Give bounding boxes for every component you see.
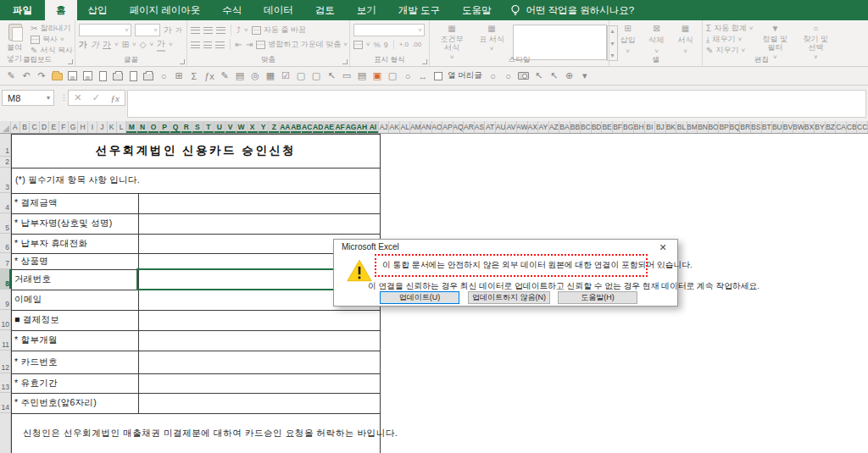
column-header-BF[interactable]: BF <box>613 121 624 133</box>
column-header-AM[interactable]: AM <box>410 121 421 133</box>
row-header-5[interactable]: 5 <box>0 213 11 234</box>
decrease-decimal-button[interactable]: .00 <box>412 41 421 48</box>
column-header-AD[interactable]: AD <box>313 121 324 133</box>
increase-indent-icon[interactable]: ⇥ <box>246 40 253 49</box>
copy-button[interactable]: 복사˅ <box>31 34 73 45</box>
fill-color-button[interactable]: ◇ <box>140 40 147 49</box>
format-painter-icon[interactable]: ✎ <box>4 69 18 83</box>
font-name-combo[interactable]: ˅ <box>79 24 131 36</box>
row-header-10[interactable]: 10 <box>0 310 11 330</box>
shape-circle-icon[interactable]: ○ <box>401 69 415 83</box>
row-header-9[interactable]: 9 <box>0 290 11 310</box>
column-header-BW[interactable]: BW <box>793 121 804 133</box>
column-header-AB[interactable]: AB <box>291 121 302 133</box>
column-header-AK[interactable]: AK <box>389 121 400 133</box>
column-header-I[interactable]: I <box>88 121 97 133</box>
row-header-3[interactable]: 3 <box>0 168 11 193</box>
column-header-BM[interactable]: BM <box>687 121 698 133</box>
row-header-4[interactable]: 4 <box>0 193 11 213</box>
column-header-O[interactable]: O <box>148 121 159 133</box>
column-header-Q[interactable]: Q <box>170 121 181 133</box>
row-header-8[interactable]: 8 <box>0 269 11 290</box>
insert-function-icon[interactable]: ƒx <box>203 69 216 83</box>
row-header-13[interactable]: 13 <box>0 373 11 393</box>
redo-icon[interactable]: ↷ <box>35 69 48 83</box>
column-header-BG[interactable]: BG <box>623 121 634 133</box>
align-center-icon[interactable] <box>203 41 213 48</box>
open-folder-icon[interactable] <box>50 69 64 83</box>
pointer-a-icon[interactable]: ↖ <box>532 69 546 83</box>
paste-special-icon[interactable]: ▤ <box>233 69 247 83</box>
insert-cells-button[interactable]: ⊞삽입˅ <box>617 23 639 56</box>
dialog-button-help[interactable]: 도움말(H) <box>558 291 637 304</box>
cancel-icon[interactable]: ✕ <box>74 92 81 103</box>
column-header-BT[interactable]: BT <box>762 121 773 133</box>
column-header-K[interactable]: K <box>108 121 117 133</box>
autosum-button[interactable]: Σ자동 합계˅ <box>706 23 753 34</box>
column-header-X[interactable]: X <box>248 121 259 133</box>
accounting-format-icon[interactable] <box>353 41 363 49</box>
font-size-combo[interactable]: ˅ <box>135 24 160 36</box>
column-header-F[interactable]: F <box>59 121 69 133</box>
align-bottom-icon[interactable] <box>216 27 225 34</box>
shrink-font-icon[interactable]: 가 <box>175 25 182 35</box>
row-header-1[interactable]: 1 <box>0 134 11 157</box>
circle-a-icon[interactable]: ○ <box>487 69 500 83</box>
ribbon-tab-페이지 레이아웃[interactable]: 페이지 레이아웃 <box>119 0 212 20</box>
dialog-launcher-icon[interactable] <box>422 59 427 64</box>
calendar-icon[interactable]: ▦ <box>264 69 277 83</box>
column-header-BO[interactable]: BO <box>709 121 720 133</box>
form-window-icon[interactable]: ▢ <box>294 69 308 83</box>
wrap-text-button[interactable]: 자동 줄 바꿈 <box>252 25 306 36</box>
clipboard-pane-icon[interactable]: ▤ <box>355 69 369 83</box>
ribbon-tab-보기[interactable]: 보기 <box>346 0 387 20</box>
column-header-V[interactable]: V <box>225 121 236 133</box>
chart-frame-icon[interactable]: ▭ <box>340 69 353 83</box>
column-header-E[interactable]: E <box>49 121 58 133</box>
comma-style-button[interactable]: 9 <box>384 41 388 49</box>
column-header-BE[interactable]: BE <box>602 121 613 133</box>
ribbon-tab-데이터[interactable]: 데이터 <box>253 0 304 20</box>
column-header-H[interactable]: H <box>78 121 87 133</box>
align-top-icon[interactable] <box>191 27 200 34</box>
table-icon[interactable]: ⊞ <box>172 69 186 83</box>
column-header-AG[interactable]: AG <box>346 121 357 133</box>
column-header-S[interactable]: S <box>192 121 203 133</box>
resize-window-icon[interactable]: ↔ <box>416 69 430 83</box>
column-header-M[interactable]: M <box>126 121 137 133</box>
column-header-P[interactable]: P <box>159 121 170 133</box>
merge-center-button[interactable]: 병합하고 가운데 맞춤˅ <box>256 39 348 50</box>
column-header-AV[interactable]: AV <box>506 121 517 133</box>
column-header-BP[interactable]: BP <box>719 121 730 133</box>
row-header-2[interactable]: 2 <box>0 157 11 168</box>
column-header-AU[interactable]: AU <box>496 121 507 133</box>
row-header-14[interactable]: 14 <box>0 393 11 413</box>
column-header-AE[interactable]: AE <box>324 121 335 133</box>
percent-style-button[interactable]: % <box>374 41 381 49</box>
format-cells-button[interactable]: ▦서식˅ <box>675 23 697 56</box>
column-header-AW[interactable]: AW <box>517 121 528 133</box>
form-window2-icon[interactable]: ▢ <box>309 69 323 83</box>
circle-b-icon[interactable]: ○ <box>502 69 515 83</box>
dialog-window-icon[interactable]: ▢ <box>386 69 399 83</box>
fill-button[interactable]: ⤓채우기˅ <box>706 34 753 45</box>
column-header-AT[interactable]: AT <box>485 121 496 133</box>
number-format-combo[interactable]: ˅ <box>353 24 425 36</box>
row-header-12[interactable]: 12 <box>0 351 11 373</box>
column-header-J[interactable]: J <box>97 121 107 133</box>
column-header-CB[interactable]: CB <box>847 121 858 133</box>
column-header-BU[interactable]: BU <box>772 121 783 133</box>
ribbon-tab-검토[interactable]: 검토 <box>304 0 346 20</box>
column-header-AQ[interactable]: AQ <box>453 121 465 133</box>
delete-cells-button[interactable]: ⊠삭제˅ <box>646 23 668 56</box>
column-header-AO[interactable]: AO <box>432 121 443 133</box>
column-header-AN[interactable]: AN <box>421 121 432 133</box>
dialog-launcher-icon[interactable] <box>342 59 348 64</box>
decrease-indent-icon[interactable]: ⇤ <box>236 40 242 49</box>
save-icon[interactable] <box>65 69 79 83</box>
save-as-icon[interactable] <box>81 69 94 83</box>
circle-tool-icon[interactable]: ○ <box>157 69 170 83</box>
column-header-Y[interactable]: Y <box>259 121 270 133</box>
column-header-Z[interactable]: Z <box>269 121 280 133</box>
column-header-AS[interactable]: AS <box>475 121 486 133</box>
